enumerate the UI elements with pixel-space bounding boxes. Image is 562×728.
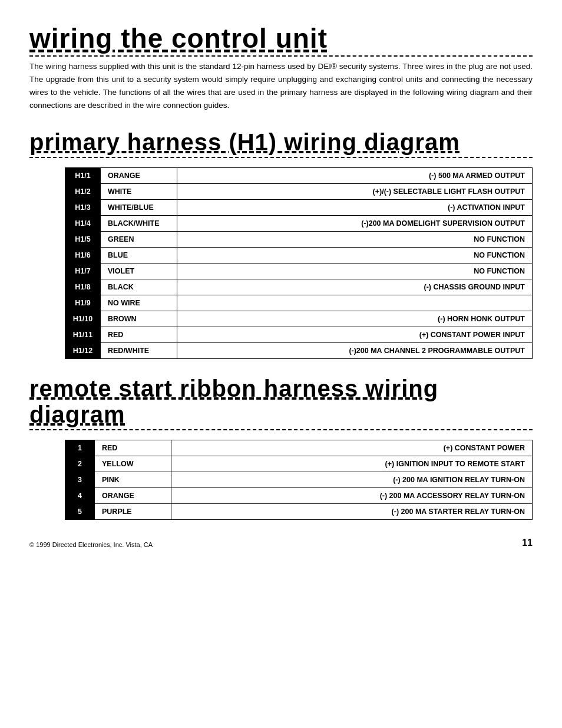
wire-color: VIOLET bbox=[101, 263, 177, 279]
pin-label: H1/6 bbox=[65, 247, 101, 263]
wire-color: WHITE bbox=[101, 183, 177, 199]
wire-color: RED bbox=[95, 440, 171, 456]
primary-harness-row: H1/5GREENNO FUNCTION bbox=[65, 231, 533, 247]
wire-function: (-) 200 MA STARTER RELAY TURN-ON bbox=[171, 503, 533, 519]
footer-page-number: 11 bbox=[522, 538, 533, 548]
wire-function: (+) CONSTANT POWER bbox=[171, 440, 533, 456]
wire-function: NO FUNCTION bbox=[177, 263, 533, 279]
wire-color: BLACK bbox=[101, 279, 177, 295]
primary-harness-row: H1/12RED/WHITE(-)200 MA CHANNEL 2 PROGRA… bbox=[65, 342, 533, 358]
wire-function: (+) CONSTANT POWER INPUT bbox=[177, 327, 533, 342]
wire-function: (-) 200 MA ACCESSORY RELAY TURN-ON bbox=[171, 487, 533, 503]
pin-label: 2 bbox=[65, 456, 95, 472]
primary-harness-row: H1/8BLACK(-) CHASSIS GROUND INPUT bbox=[65, 279, 533, 295]
primary-harness-row: H1/11RED(+) CONSTANT POWER INPUT bbox=[65, 327, 533, 342]
footer-copyright: © 1999 Directed Electronics, Inc. Vista,… bbox=[29, 541, 153, 548]
remote-harness-row: 4ORANGE(-) 200 MA ACCESSORY RELAY TURN-O… bbox=[65, 487, 533, 503]
footer: © 1999 Directed Electronics, Inc. Vista,… bbox=[29, 538, 533, 548]
remote-harness-row: 2YELLOW(+) IGNITION INPUT TO REMOTE STAR… bbox=[65, 456, 533, 472]
primary-harness-row: H1/10BROWN(-) HORN HONK OUTPUT bbox=[65, 311, 533, 327]
remote-harness-row: 3PINK(-) 200 MA IGNITION RELAY TURN-ON bbox=[65, 472, 533, 487]
wire-color: BLACK/WHITE bbox=[101, 215, 177, 231]
remote-harness-table: 1RED(+) CONSTANT POWER2YELLOW(+) IGNITIO… bbox=[65, 440, 533, 520]
primary-harness-row: H1/1ORANGE(-) 500 MA ARMED OUTPUT bbox=[65, 167, 533, 183]
pin-label: H1/1 bbox=[65, 167, 101, 183]
wire-color: WHITE/BLUE bbox=[101, 199, 177, 215]
wire-function: (+)/(-) SELECTABLE LIGHT FLASH OUTPUT bbox=[177, 183, 533, 199]
wire-color: ORANGE bbox=[95, 487, 171, 503]
primary-harness-row: H1/6BLUENO FUNCTION bbox=[65, 247, 533, 263]
primary-section-title: primary harness (H1) wiring diagram bbox=[29, 129, 533, 158]
wire-function: NO FUNCTION bbox=[177, 247, 533, 263]
wire-color: ORANGE bbox=[101, 167, 177, 183]
wire-function: (+) IGNITION INPUT TO REMOTE START bbox=[171, 456, 533, 472]
pin-label: H1/2 bbox=[65, 183, 101, 199]
remote-harness-row: 5PURPLE(-) 200 MA STARTER RELAY TURN-ON bbox=[65, 503, 533, 519]
wire-function: (-) CHASSIS GROUND INPUT bbox=[177, 279, 533, 295]
pin-label: H1/12 bbox=[65, 342, 101, 358]
wire-color: BLUE bbox=[101, 247, 177, 263]
wire-function bbox=[177, 295, 533, 311]
wire-color: YELLOW bbox=[95, 456, 171, 472]
wire-color: NO WIRE bbox=[101, 295, 177, 311]
pin-label: H1/7 bbox=[65, 263, 101, 279]
wire-color: RED/WHITE bbox=[101, 342, 177, 358]
wire-function: (-) 500 MA ARMED OUTPUT bbox=[177, 167, 533, 183]
wire-color: GREEN bbox=[101, 231, 177, 247]
wire-function: (-) 200 MA IGNITION RELAY TURN-ON bbox=[171, 472, 533, 487]
pin-label: 4 bbox=[65, 487, 95, 503]
primary-harness-row: H1/9NO WIRE bbox=[65, 295, 533, 311]
pin-label: 3 bbox=[65, 472, 95, 487]
wire-function: (-)200 MA CHANNEL 2 PROGRAMMABLE OUTPUT bbox=[177, 342, 533, 358]
wire-color: BROWN bbox=[101, 311, 177, 327]
wire-function: NO FUNCTION bbox=[177, 231, 533, 247]
wire-color: RED bbox=[101, 327, 177, 342]
pin-label: H1/3 bbox=[65, 199, 101, 215]
intro-paragraph: The wiring harness supplied with this un… bbox=[29, 60, 533, 113]
wire-function: (-) HORN HONK OUTPUT bbox=[177, 311, 533, 327]
pin-label: H1/11 bbox=[65, 327, 101, 342]
primary-harness-row: H1/7VIOLETNO FUNCTION bbox=[65, 263, 533, 279]
primary-harness-row: H1/4BLACK/WHITE(-)200 MA DOMELIGHT SUPER… bbox=[65, 215, 533, 231]
pin-label: H1/8 bbox=[65, 279, 101, 295]
remote-section-title: remote start ribbon harness wiring diagr… bbox=[29, 375, 533, 430]
pin-label: H1/4 bbox=[65, 215, 101, 231]
page-title: wiring the control unit bbox=[29, 24, 533, 57]
primary-harness-table: H1/1ORANGE(-) 500 MA ARMED OUTPUTH1/2WHI… bbox=[65, 167, 533, 359]
pin-label: H1/9 bbox=[65, 295, 101, 311]
wire-function: (-) ACTIVATION INPUT bbox=[177, 199, 533, 215]
pin-label: H1/5 bbox=[65, 231, 101, 247]
remote-harness-row: 1RED(+) CONSTANT POWER bbox=[65, 440, 533, 456]
pin-label: 1 bbox=[65, 440, 95, 456]
primary-harness-row: H1/3WHITE/BLUE(-) ACTIVATION INPUT bbox=[65, 199, 533, 215]
wire-color: PURPLE bbox=[95, 503, 171, 519]
wire-color: PINK bbox=[95, 472, 171, 487]
wire-function: (-)200 MA DOMELIGHT SUPERVISION OUTPUT bbox=[177, 215, 533, 231]
pin-label: 5 bbox=[65, 503, 95, 519]
primary-harness-row: H1/2WHITE(+)/(-) SELECTABLE LIGHT FLASH … bbox=[65, 183, 533, 199]
pin-label: H1/10 bbox=[65, 311, 101, 327]
